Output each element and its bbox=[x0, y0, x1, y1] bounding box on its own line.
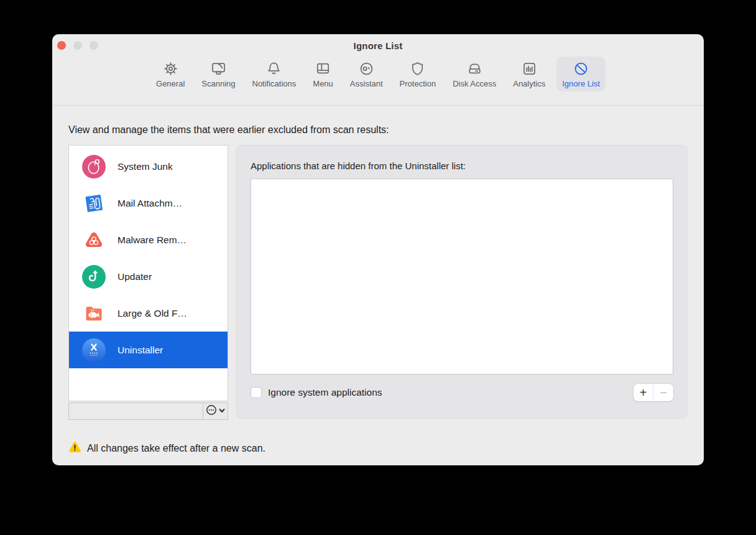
toolbar-tab-label: Analytics bbox=[513, 79, 545, 88]
sidebar-filter-row bbox=[68, 402, 228, 420]
hidden-applications-listbox[interactable] bbox=[251, 179, 673, 374]
toolbar-tab-label: Disk Access bbox=[453, 79, 496, 88]
main-content: View and manage the items that were earl… bbox=[52, 124, 704, 456]
sidebar-item-label: Large & Old F… bbox=[118, 308, 187, 319]
toolbar-tab-ignore-list[interactable]: Ignore List bbox=[556, 57, 606, 91]
instruction-text: View and manage the items that were earl… bbox=[68, 124, 688, 136]
add-button[interactable]: + bbox=[634, 384, 653, 401]
chevron-down-icon bbox=[218, 406, 226, 417]
system-junk-icon bbox=[82, 155, 106, 179]
checkbox-label: Ignore system applications bbox=[268, 387, 382, 398]
updater-icon bbox=[82, 265, 106, 289]
circled-ellipsis-icon bbox=[206, 404, 217, 418]
gear-icon bbox=[162, 60, 179, 77]
sidebar-item-system-junk[interactable]: System Junk bbox=[69, 148, 228, 185]
module-sidebar: System Junk bbox=[68, 145, 228, 420]
window-panes-icon bbox=[315, 60, 331, 77]
preferences-window: Ignore List General bbox=[52, 34, 704, 465]
toolbar-tab-label: Scanning bbox=[201, 79, 235, 88]
shield-icon bbox=[409, 60, 426, 77]
sidebar-item-mail-attachments[interactable]: Mail Attachm… bbox=[69, 185, 228, 221]
toolbar-tab-label: General bbox=[156, 79, 185, 88]
toolbar-tab-label: Ignore List bbox=[562, 79, 600, 88]
sidebar-item-updater[interactable]: Updater bbox=[69, 258, 228, 295]
ignore-list-panel: Applications that are hidden from the Un… bbox=[236, 145, 688, 419]
toolbar-tab-label: Notifications bbox=[252, 79, 297, 88]
toolbar-tab-protection[interactable]: Protection bbox=[394, 57, 442, 91]
toolbar-tab-scanning[interactable]: Scanning bbox=[196, 57, 241, 91]
filter-input[interactable] bbox=[68, 402, 203, 420]
sidebar-item-label: Malware Rem… bbox=[118, 235, 187, 246]
toolbar-tab-notifications[interactable]: Notifications bbox=[247, 57, 302, 91]
toolbar-tab-label: Menu bbox=[313, 79, 333, 88]
uninstaller-icon bbox=[82, 338, 106, 362]
display-icon bbox=[210, 60, 227, 77]
toolbar-tab-assistant[interactable]: Assistant bbox=[344, 57, 389, 91]
drive-icon bbox=[466, 60, 483, 77]
large-old-files-icon bbox=[82, 302, 106, 325]
add-remove-group: + − bbox=[634, 384, 673, 401]
panel-header: Applications that are hidden from the Un… bbox=[251, 160, 673, 171]
sidebar-item-label: Uninstaller bbox=[118, 345, 163, 356]
sidebar-item-malware-removal[interactable]: Malware Rem… bbox=[69, 221, 228, 258]
face-icon bbox=[358, 60, 375, 77]
sidebar-item-label: Updater bbox=[118, 271, 152, 282]
sidebar-item-large-old-files[interactable]: Large & Old F… bbox=[69, 295, 228, 332]
prohibition-icon bbox=[573, 60, 589, 77]
bar-chart-icon bbox=[521, 60, 538, 77]
footer-note: All changes take effect after a new scan… bbox=[68, 440, 688, 456]
ignore-system-apps-checkbox[interactable] bbox=[251, 387, 262, 398]
module-list: System Junk bbox=[68, 145, 228, 401]
bell-icon bbox=[265, 60, 282, 77]
toolbar-tab-menu[interactable]: Menu bbox=[307, 57, 339, 91]
toolbar-tab-label: Assistant bbox=[350, 79, 383, 88]
toolbar-tab-disk-access[interactable]: Disk Access bbox=[447, 57, 502, 91]
warning-icon bbox=[68, 440, 81, 456]
titlebar: Ignore List General bbox=[52, 34, 704, 106]
toolbar-tab-analytics[interactable]: Analytics bbox=[507, 57, 551, 91]
filter-options-button[interactable] bbox=[203, 402, 228, 420]
toolbar: General Scanning bbox=[52, 57, 704, 91]
sidebar-item-uninstaller[interactable]: Uninstaller bbox=[69, 332, 228, 368]
sidebar-item-label: Mail Attachm… bbox=[118, 198, 182, 209]
sidebar-item-label: System Junk bbox=[118, 161, 173, 172]
mail-attachments-icon bbox=[82, 192, 106, 215]
remove-button[interactable]: − bbox=[653, 384, 673, 401]
malware-removal-icon bbox=[82, 228, 106, 252]
window-title: Ignore List bbox=[52, 40, 704, 51]
toolbar-tab-general[interactable]: General bbox=[150, 57, 190, 91]
toolbar-tab-label: Protection bbox=[400, 79, 436, 88]
warning-text: All changes take effect after a new scan… bbox=[87, 443, 265, 454]
